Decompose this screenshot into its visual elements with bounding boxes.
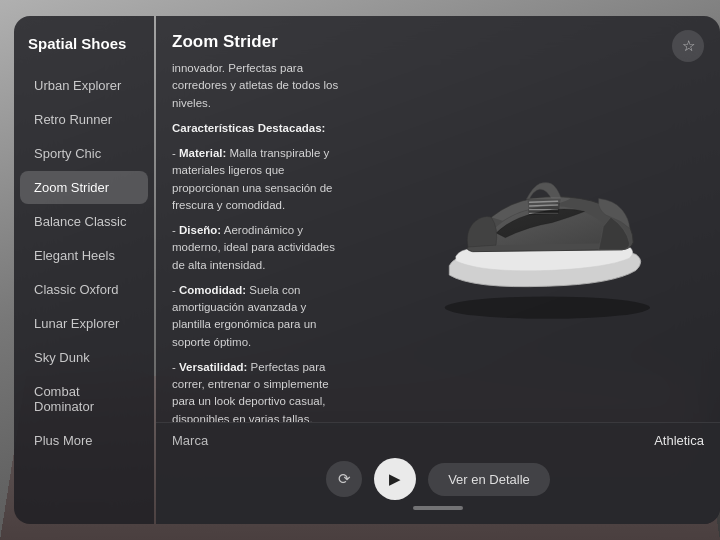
sidebar-item-zoom-strider[interactable]: Zoom Strider xyxy=(20,171,148,204)
shoe-image xyxy=(398,109,678,329)
app-title: Spatial Shoes xyxy=(14,16,154,68)
favorite-button[interactable]: ☆ xyxy=(672,30,704,62)
play-icon: ▶ xyxy=(389,470,401,488)
shoe-svg xyxy=(398,109,678,329)
sidebar-item-balance-classic[interactable]: Balance Classic xyxy=(20,205,148,238)
svg-point-0 xyxy=(445,296,650,318)
features-list: - Material: Malla transpirable y materia… xyxy=(172,145,342,422)
brand-row: Marca Athletica xyxy=(172,433,704,448)
sidebar-item-plus-more[interactable]: Plus More xyxy=(20,424,148,457)
sidebar-item-elegant-heels[interactable]: Elegant Heels xyxy=(20,239,148,272)
feature-comodidad: - Comodidad: Suela con amortiguación ava… xyxy=(172,282,342,351)
scroll-indicator xyxy=(172,506,704,510)
bottom-bar: Marca Athletica ⟳ ▶ Ver en Detalle xyxy=(156,422,720,524)
sidebar-item-combat-dominator[interactable]: Combat Dominator xyxy=(20,375,148,423)
sidebar: Spatial Shoes Urban ExplorerRetro Runner… xyxy=(14,16,154,524)
product-description: innovador. Perfectas para corredores y a… xyxy=(172,60,342,422)
scroll-dot xyxy=(413,506,463,510)
image-section xyxy=(356,16,720,422)
product-title: Zoom Strider xyxy=(172,32,342,52)
text-section: Zoom Strider innovador. Perfectas para c… xyxy=(156,16,356,422)
rotate-icon: ⟳ xyxy=(338,470,351,488)
play-button[interactable]: ▶ xyxy=(374,458,416,500)
rotate-button[interactable]: ⟳ xyxy=(326,461,362,497)
sidebar-item-sky-dunk[interactable]: Sky Dunk xyxy=(20,341,148,374)
feature-versatilidad: - Versatilidad: Perfectas para correr, e… xyxy=(172,359,342,422)
detail-panel: ☆ Zoom Strider innovador. Perfectas para… xyxy=(156,16,720,524)
brand-label: Marca xyxy=(172,433,208,448)
feature-diseño: - Diseño: Aerodinámico y moderno, ideal … xyxy=(172,222,342,274)
detail-button[interactable]: Ver en Detalle xyxy=(428,463,550,496)
sidebar-item-urban-explorer[interactable]: Urban Explorer xyxy=(20,69,148,102)
sidebar-item-lunar-explorer[interactable]: Lunar Explorer xyxy=(20,307,148,340)
sidebar-item-classic-oxford[interactable]: Classic Oxford xyxy=(20,273,148,306)
sidebar-item-sporty-chic[interactable]: Sporty Chic xyxy=(20,137,148,170)
sidebar-item-retro-runner[interactable]: Retro Runner xyxy=(20,103,148,136)
brand-value: Athletica xyxy=(654,433,704,448)
app-container: Spatial Shoes Urban ExplorerRetro Runner… xyxy=(0,0,720,540)
sidebar-list: Urban ExplorerRetro RunnerSporty ChicZoo… xyxy=(14,68,154,525)
features-heading: Características Destacadas: xyxy=(172,120,342,137)
detail-content: Zoom Strider innovador. Perfectas para c… xyxy=(156,16,720,422)
action-row: ⟳ ▶ Ver en Detalle xyxy=(172,458,704,500)
star-icon: ☆ xyxy=(682,37,695,55)
description-intro: innovador. Perfectas para corredores y a… xyxy=(172,60,342,112)
feature-material: - Material: Malla transpirable y materia… xyxy=(172,145,342,214)
